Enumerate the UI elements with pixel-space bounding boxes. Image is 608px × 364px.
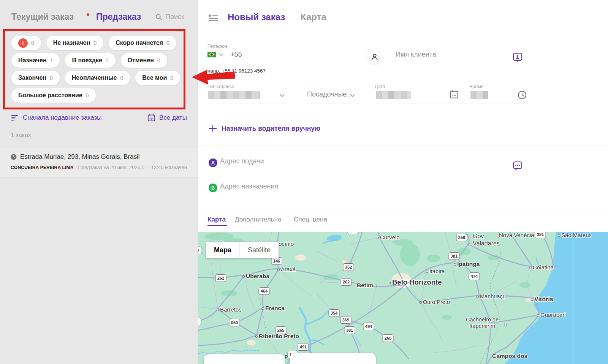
address-comment-icon[interactable]	[513, 161, 522, 171]
order-address: Estrada Muriae, 293, Minas Gerais, Brasi…	[20, 153, 140, 161]
map-city-label: Uberaba	[242, 273, 269, 280]
filter-count: 0	[86, 92, 89, 98]
date-calendar-icon[interactable]	[450, 90, 459, 99]
map-city-dot	[504, 324, 507, 326]
filter-chip-unassigned[interactable]: Не назначен 0	[46, 36, 103, 50]
orders-panel: Текущий заказ Предзаказ Поиск ! 0 Не наз…	[0, 0, 198, 364]
boarding-select[interactable]: Посадочные…	[307, 90, 353, 98]
order-list-item[interactable]: Estrada Muriae, 293, Minas Gerais, Brasi…	[0, 148, 198, 177]
map-road-shield: 265	[276, 326, 287, 334]
map-city-dot	[531, 299, 533, 301]
sort-toggle[interactable]: Сначала недавние заказы	[11, 114, 101, 122]
time-clock-icon[interactable]	[518, 90, 527, 100]
orders-count: 1 заказ	[11, 132, 31, 139]
tab-extra-section[interactable]: Дополнительно	[235, 216, 281, 223]
filter-chip-cancelled[interactable]: Отменен 0	[121, 53, 167, 68]
search-label: Поиск	[165, 13, 184, 21]
map-overlay-card-pickup[interactable]	[204, 354, 285, 364]
map-city-label: Araxá	[277, 266, 296, 273]
map-city-dot	[469, 244, 471, 246]
order-preorder-info: Предзаказ на 20 июл. 2025 г.	[78, 165, 144, 170]
filter-chip-starting-soon[interactable]: Скоро начнется 0	[109, 36, 176, 50]
service-type-underline	[207, 103, 285, 103]
map-city-dot	[454, 263, 456, 266]
person-icon	[370, 53, 379, 61]
filter-label: Закончен	[18, 74, 46, 81]
map-city-label: Itabira	[426, 268, 445, 275]
map-city-label: Franca	[262, 305, 285, 312]
destination-pin-b: B	[209, 184, 217, 192]
assign-driver-button[interactable]: Назначить водителя вручную	[209, 124, 320, 133]
map-road-shield: 369	[340, 316, 352, 324]
filter-chip-long-distance[interactable]: Большое расстояние 0	[11, 88, 96, 103]
filter-chip-all-mine[interactable]: Все мои 0	[135, 71, 180, 85]
filter-chip-in-trip[interactable]: В поездке 0	[65, 53, 115, 68]
boarding-chevron-down-icon[interactable]	[350, 94, 355, 97]
map-road-shield: 354	[329, 309, 340, 317]
service-type-value-redacted	[208, 91, 260, 99]
contact-book-icon[interactable]	[513, 52, 522, 62]
tab-special-price-section[interactable]: Спец. цена	[294, 216, 327, 223]
map-city-dot	[262, 307, 264, 310]
filter-chip-assigned[interactable]: Назначен 1	[11, 53, 60, 68]
map-road-shield: 050	[229, 319, 240, 326]
filter-label: Отменен	[128, 57, 154, 64]
map-road-shield: 381	[535, 232, 546, 238]
service-type-label: Тип сервиса	[207, 84, 234, 89]
map-city-dot	[426, 271, 428, 273]
map-type-controls: Mapa Satélite	[206, 242, 279, 258]
tab-map[interactable]: Карта	[301, 12, 326, 22]
pickup-address-input[interactable]	[220, 157, 519, 165]
brazil-flag-icon[interactable]	[207, 52, 216, 57]
service-type-chevron-down-icon[interactable]	[280, 94, 285, 97]
date-value-redacted	[376, 91, 411, 99]
order-separator: ·	[147, 165, 148, 170]
map-road-shield: 040	[348, 232, 359, 234]
filter-label: В поездке	[72, 57, 102, 64]
map-city-dot	[277, 269, 280, 271]
tab-map-section[interactable]: Карта	[207, 216, 226, 223]
filter-chip-alert[interactable]: ! 0	[11, 36, 41, 50]
collapse-panel-icon[interactable]	[208, 14, 218, 22]
country-chevron-down-icon[interactable]	[219, 53, 223, 56]
filter-chip-unpaid[interactable]: Неоплаченные 0	[65, 71, 130, 85]
filter-count: 0	[166, 40, 169, 46]
tab-current-order[interactable]: Текущий заказ	[11, 12, 74, 22]
map-city-label: Belo Horizonte	[389, 278, 442, 286]
map-road-shield: 265	[383, 334, 394, 342]
map-city-dot	[255, 336, 258, 338]
map-road-shield: 262	[215, 274, 226, 282]
map-city-label: Guarapari	[537, 312, 566, 318]
client-name-input[interactable]	[396, 51, 514, 59]
map-city-dot	[558, 234, 560, 237]
sort-label: Сначала недавние заказы	[23, 114, 101, 122]
phone-input[interactable]	[230, 51, 344, 59]
map-city-label: Manhuaçu	[477, 293, 506, 300]
tab-current-order-label: Текущий заказ	[11, 12, 74, 22]
date-underline	[375, 103, 467, 103]
pickup-address-field	[220, 157, 519, 170]
satellite-button[interactable]: Satélite	[239, 242, 279, 258]
map-city-dot	[375, 285, 377, 287]
client-name-field	[396, 51, 514, 62]
divider	[198, 146, 608, 146]
order-status-badge: Назначен	[165, 165, 187, 170]
tab-preorder[interactable]: Предзаказ	[96, 12, 141, 22]
map-city-label: Curvelo	[377, 234, 400, 241]
map-overlay-card-destination[interactable]	[290, 353, 376, 364]
search-icon	[155, 13, 163, 21]
filter-count: 0	[31, 40, 34, 46]
phone-label: Телефон	[207, 44, 227, 49]
map-canvas[interactable]: rocínioCurveloNova VenéciaSão MateusGov.…	[198, 232, 608, 364]
tab-active-underline	[207, 225, 227, 226]
filter-label: Большое расстояние	[18, 92, 82, 99]
map-city-label: Vitória	[531, 296, 553, 303]
search-button[interactable]: Поиск	[155, 13, 184, 21]
destination-address-input[interactable]	[220, 182, 519, 190]
map-button[interactable]: Mapa	[206, 242, 239, 258]
tab-map-label: Карта	[301, 12, 326, 22]
tab-new-order[interactable]: Новый заказ	[228, 12, 285, 22]
date-filter[interactable]: Все даты	[147, 114, 187, 122]
filter-chip-finished[interactable]: Закончен 0	[11, 71, 60, 85]
map-city-dot	[389, 282, 391, 284]
